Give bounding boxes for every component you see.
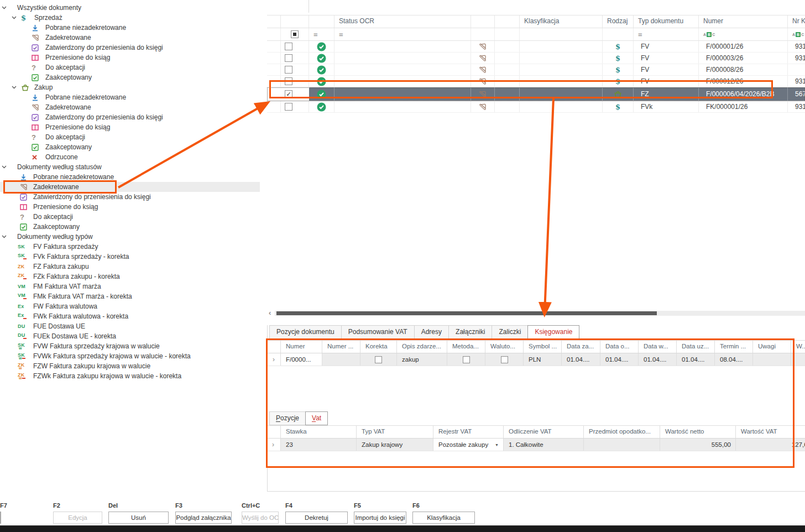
horizontal-scrollbar[interactable] — [275, 311, 805, 316]
row-checkbox[interactable] — [285, 90, 292, 98]
tree-item[interactable]: Zakup — [0, 82, 265, 92]
row-checkbox[interactable] — [285, 66, 292, 74]
column-header[interactable]: Data o... — [600, 341, 639, 353]
row-checkbox-cell[interactable] — [281, 41, 309, 52]
chevron-down-icon[interactable]: ▼ — [495, 443, 499, 447]
tree-item[interactable]: Dokumenty według typów — [0, 232, 265, 242]
column-header[interactable]: Wartość VAT — [736, 426, 805, 438]
column-header[interactable]: Klasyfikacja — [520, 15, 603, 28]
column-header[interactable]: Data w... — [639, 341, 677, 353]
table-row[interactable]: $ FV F/000001/26 9313 — [267, 41, 805, 53]
column-header[interactable]: Numer — [281, 341, 322, 353]
chevron-down-icon[interactable] — [12, 82, 17, 92]
column-header[interactable]: Symbol ... — [524, 341, 562, 353]
tree-item[interactable]: VM FM Faktura VAT marża — [0, 281, 265, 291]
subtab[interactable]: Pozycje — [269, 411, 306, 425]
tree-item[interactable]: Zatwierdzony do przeniesienia do księgi — [0, 192, 265, 202]
tree-item[interactable]: SKw FVW Faktura sprzedaży krajowa w walu… — [0, 341, 265, 351]
tree-item[interactable]: Dokumenty według statusów — [0, 162, 265, 172]
tree-item[interactable]: Ex FW Faktura walutowa — [0, 301, 265, 311]
footer-button[interactable]: Wyślij do OCR — [242, 512, 279, 524]
ksiegowanie-row[interactable]: › F/0000... zakup PLN 01.04.... 01.04...… — [267, 353, 805, 366]
tree-item[interactable]: DU FUE Dostawa UE — [0, 321, 265, 331]
tree-item[interactable]: Zaakceptowany — [0, 142, 265, 152]
column-header[interactable]: Rodzaj — [603, 15, 634, 28]
tree-item[interactable]: DU FUEk Dostawa UE - korekta — [0, 331, 265, 341]
tree-item[interactable]: ZKw FZW Faktura zakupu krajowa w walucie — [0, 361, 265, 371]
filter-cell[interactable] — [495, 28, 520, 40]
column-header[interactable]: Waluto... — [485, 341, 524, 353]
tab[interactable]: Załączniki — [448, 325, 492, 339]
vat-row[interactable]: › 23 Zakup krajowy Pozostałe zakupy ▼ 1.… — [267, 439, 805, 451]
tree-item[interactable]: Zaakceptowany — [0, 222, 265, 232]
column-header[interactable]: Numer ... — [322, 341, 360, 353]
column-header[interactable]: Status OCR — [334, 15, 471, 28]
footer-button[interactable]: Usuń — [108, 512, 169, 524]
tree-item[interactable]: Zatwierdzony do przeniesienia do księgi — [0, 112, 265, 122]
tree-item[interactable]: Odrzucone — [0, 152, 265, 162]
metoda-checkbox[interactable] — [463, 356, 470, 363]
column-header[interactable]: Przedmiot opodatko... — [584, 426, 660, 438]
column-header[interactable]: Termin ... — [715, 341, 753, 353]
metoda-cell[interactable] — [447, 353, 485, 366]
row-checkbox[interactable] — [285, 77, 292, 85]
table-row[interactable]: $ FV F/000008/26 — [267, 64, 805, 76]
column-header[interactable]: W... — [791, 341, 805, 353]
select-all-checkbox[interactable] — [291, 30, 299, 38]
tree-item[interactable]: Przeniesione do ksiąg — [0, 202, 265, 212]
filter-cell[interactable] — [603, 28, 634, 40]
korekta-checkbox[interactable] — [375, 356, 382, 363]
filter-cell[interactable]: ABC — [788, 28, 805, 40]
row-checkbox[interactable] — [285, 54, 292, 62]
column-header[interactable]: Metoda... — [447, 341, 485, 353]
table-row[interactable]: $ FV F/000003/26 9313 — [267, 53, 805, 64]
tree-item[interactable]: ZKw FZWk Faktura zakupu krajowa w waluci… — [0, 371, 265, 381]
korekta-cell[interactable] — [360, 353, 397, 366]
subtab[interactable]: Vat — [305, 411, 328, 425]
footer-button[interactable]: Konfiguracja — [0, 512, 1, 524]
row-checkbox[interactable] — [285, 103, 292, 111]
column-header[interactable] — [471, 15, 495, 28]
footer-button[interactable]: Edycja — [53, 512, 102, 524]
tree-item[interactable]: Zatwierdzony do przeniesienia do księgi — [0, 43, 265, 53]
tree-item[interactable]: $ Sprzedaż — [0, 13, 265, 23]
column-header[interactable]: Nr KS — [788, 15, 805, 28]
chevron-down-icon[interactable] — [2, 232, 7, 242]
column-header[interactable]: Rejestr VAT — [433, 426, 504, 438]
tree-item[interactable]: Zadekretowane — [0, 182, 260, 192]
column-header[interactable] — [267, 341, 281, 353]
tree-item[interactable]: SK FVk Faktura sprzedaży - korekta — [0, 252, 265, 262]
table-row[interactable]: FZ F/000006/04/2026/B2B 5671 — [267, 87, 805, 101]
rejestr-vat-dropdown[interactable]: Pozostałe zakupy ▼ — [433, 439, 504, 451]
tab[interactable]: Zaliczki — [492, 325, 528, 339]
tree-item[interactable]: ZK FZ Faktura zakupu — [0, 262, 265, 272]
column-header[interactable] — [281, 15, 309, 28]
tree-item[interactable]: ? Do akceptacji — [0, 62, 265, 72]
filter-cell[interactable]: = — [334, 28, 471, 40]
column-header[interactable]: Numer — [699, 15, 788, 28]
footer-button[interactable]: Klasyfikacja — [412, 512, 475, 524]
column-header[interactable]: Korekta — [360, 341, 397, 353]
tree-item[interactable]: Ex FWk Faktura walutowa - korekta — [0, 311, 265, 321]
row-checkbox[interactable] — [285, 43, 292, 50]
column-header[interactable]: Stawka — [281, 426, 357, 438]
column-header[interactable] — [495, 15, 520, 28]
tree-item[interactable]: VM FMk Faktura VAT marża - korekta — [0, 291, 265, 301]
filter-cell[interactable] — [471, 28, 495, 40]
table-row[interactable]: $ FV F/000012/26 9313 — [267, 76, 805, 87]
tree-item[interactable]: ? Do akceptacji — [0, 132, 265, 142]
footer-button[interactable]: Importuj do księgi — [354, 512, 406, 524]
filter-cell[interactable]: = — [309, 28, 334, 40]
tree-item[interactable]: ZK FZk Faktura zakupu - korekta — [0, 272, 265, 281]
column-header[interactable]: Uwagi — [753, 341, 791, 353]
footer-button[interactable]: Dekretuj — [285, 512, 348, 524]
tree-item[interactable]: Przeniesione do ksiąg — [0, 53, 265, 62]
filter-cell[interactable]: = — [634, 28, 699, 40]
row-checkbox-cell[interactable] — [281, 53, 309, 64]
row-checkbox-cell[interactable] — [281, 64, 309, 75]
tab[interactable]: Pozycje dokumentu — [269, 325, 342, 339]
column-header[interactable]: Data za... — [562, 341, 600, 353]
column-header[interactable]: Odliczenie VAT — [504, 426, 584, 438]
scroll-left-icon[interactable]: ‹ — [269, 309, 271, 317]
tab[interactable]: Adresy — [414, 325, 449, 339]
